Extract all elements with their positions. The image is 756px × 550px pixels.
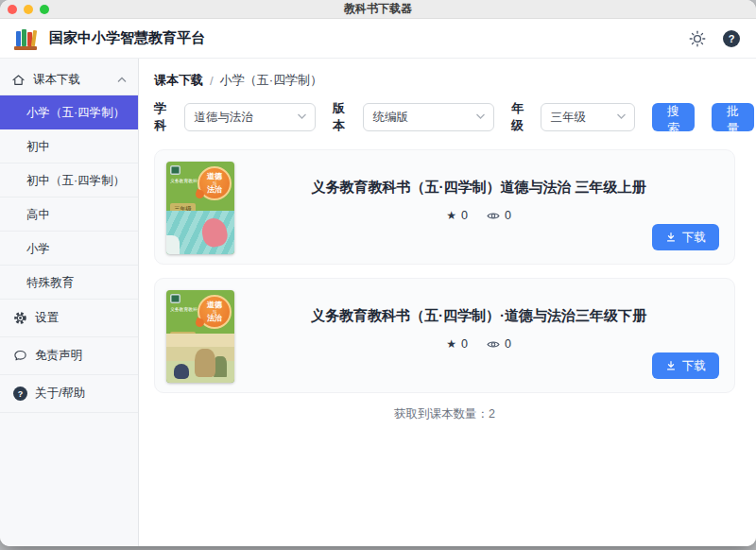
breadcrumb-separator: / [210, 74, 214, 88]
theme-toggle-sun-icon[interactable] [688, 29, 707, 48]
book-cover-image: 义务教育教科书 道德 与 法治 三年级 上册 [166, 162, 234, 254]
star-count: ★ 0 [446, 337, 468, 351]
eye-icon [487, 339, 500, 350]
publisher-logo [170, 165, 180, 175]
sidebar-item-about-help[interactable]: ? 关于/帮助 [0, 375, 138, 413]
chevron-down-icon [616, 112, 627, 120]
zoom-window-button[interactable] [40, 5, 49, 14]
sidebar-item-settings[interactable]: 设置 [0, 300, 138, 337]
sidebar-sub-list: 小学（五·四学制） 初中 初中（五·四学制） 高中 小学 特殊教育 [0, 95, 138, 300]
sidebar-item-junior[interactable]: 初中 [0, 129, 138, 163]
main-content: 课本下载 / 小学（五·四学制） 学科 道德与法治 版本 [139, 59, 756, 546]
breadcrumb-root[interactable]: 课本下载 [154, 72, 203, 89]
window-title: 教科书下载器 [0, 0, 756, 18]
edition-filter-label: 版本 [333, 100, 355, 134]
sidebar-item-disclaimer[interactable]: 免责声明 [0, 337, 138, 375]
star-count-value: 0 [461, 209, 468, 222]
question-icon: ? [723, 30, 740, 47]
close-window-button[interactable] [8, 5, 17, 14]
view-count-value: 0 [505, 337, 511, 351]
book-cover-image: 义务教育教科书 道德 与 法治 三年级 下册 [166, 290, 234, 383]
download-icon [665, 232, 677, 243]
book-card: 义务教育教科书 道德 与 法治 三年级 下册 义务教育教科书（五·四学制）·道德… [154, 278, 735, 393]
home-icon [11, 73, 26, 87]
chevron-down-icon [297, 112, 307, 120]
book-title: 义务教育教科书（五·四学制）·道德与法治三年级下册 [311, 307, 646, 325]
cover-illustration [166, 334, 234, 383]
subject-select[interactable]: 道德与法治 [184, 103, 316, 131]
sidebar-item-senior[interactable]: 高中 [0, 198, 138, 232]
filter-bar: 学科 道德与法治 版本 统编版 [154, 100, 735, 134]
edition-select[interactable]: 统编版 [363, 103, 494, 131]
sidebar-group-textbook-download[interactable]: 课本下载 [0, 64, 138, 95]
download-button-label: 下载 [682, 358, 706, 374]
eye-icon [487, 211, 500, 221]
titlebar: 教科书下载器 [0, 0, 756, 19]
book-stats: ★ 0 0 [446, 337, 511, 351]
grade-select-value: 三年级 [551, 110, 587, 126]
breadcrumb: 课本下载 / 小学（五·四学制） [154, 72, 735, 89]
star-count: ★ 0 [446, 209, 468, 222]
app-window: 教科书下载器 国家中小学智慧教育平台 ? [0, 0, 756, 546]
view-count: 0 [487, 337, 511, 351]
sidebar-item-label: 关于/帮助 [35, 386, 85, 402]
question-icon: ? [13, 387, 27, 401]
star-count-value: 0 [461, 337, 468, 351]
chat-bubble-icon [13, 349, 27, 363]
gear-icon [13, 311, 27, 325]
download-button-label: 下载 [682, 230, 706, 246]
subject-filter-label: 学科 [154, 100, 177, 134]
result-count: 获取到课本数量：2 [154, 406, 735, 422]
sidebar: 课本下载 小学（五·四学制） 初中 初中（五·四学制） 高中 小学 特殊教育 [0, 59, 139, 546]
publisher-logo [170, 294, 180, 303]
download-icon [665, 360, 677, 371]
sidebar-item-label: 设置 [35, 310, 59, 326]
batch-download-button[interactable]: 批量下载 [712, 103, 754, 131]
download-button[interactable]: 下载 [652, 352, 719, 379]
sidebar-item-special-education[interactable]: 特殊教育 [0, 266, 138, 300]
sidebar-item-primary-54[interactable]: 小学（五·四学制） [0, 95, 138, 129]
download-button[interactable]: 下载 [652, 224, 719, 250]
search-button[interactable]: 搜索 [652, 103, 695, 131]
books-logo-icon [13, 27, 40, 50]
help-button[interactable]: ? [722, 29, 741, 48]
subject-select-value: 道德与法治 [195, 110, 254, 126]
book-title: 义务教育教科书（五·四学制）道德与法治 三年级上册 [311, 179, 645, 197]
grade-filter-label: 年级 [511, 100, 533, 134]
app-header: 国家中小学智慧教育平台 ? [0, 19, 756, 59]
sidebar-item-label: 免责声明 [35, 348, 82, 364]
sidebar-item-primary[interactable]: 小学 [0, 232, 138, 266]
view-count-value: 0 [505, 209, 511, 222]
traffic-lights [8, 5, 49, 14]
view-count: 0 [487, 209, 511, 222]
cover-subject-badge: 道德 与 法治 [198, 295, 232, 329]
book-card: 义务教育教科书 道德 与 法治 三年级 上册 义务教育教科书（五·四学制）道德与… [154, 149, 735, 265]
edition-select-value: 统编版 [373, 110, 409, 126]
cover-subject-badge: 道德 与 法治 [198, 166, 232, 200]
chevron-down-icon [475, 112, 486, 120]
breadcrumb-current: 小学（五·四学制） [220, 72, 322, 89]
book-stats: ★ 0 0 [446, 209, 511, 222]
minimize-window-button[interactable] [24, 5, 33, 14]
star-icon: ★ [446, 337, 456, 351]
chevron-up-icon [117, 77, 127, 83]
cover-illustration [166, 211, 234, 254]
app-title: 国家中小学智慧教育平台 [49, 29, 205, 47]
sidebar-item-junior-54[interactable]: 初中（五·四学制） [0, 163, 138, 198]
grade-select[interactable]: 三年级 [541, 103, 635, 131]
sidebar-group-label: 课本下载 [33, 72, 80, 88]
star-icon: ★ [446, 209, 456, 222]
